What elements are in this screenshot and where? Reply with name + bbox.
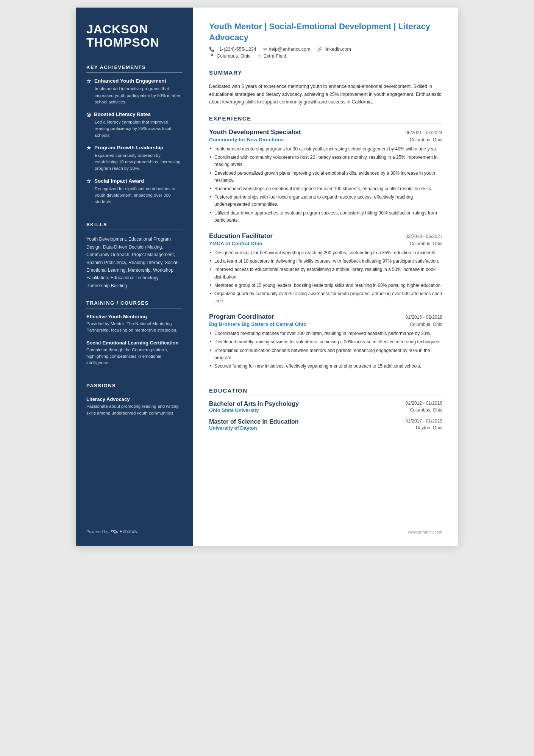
achievement-item-2: ◎ Boosted Literacy Rates Led a literacy … bbox=[86, 111, 183, 139]
passions-title: PASSIONS bbox=[86, 383, 183, 391]
achievement-desc-1: Implemented interactive programs that in… bbox=[86, 86, 183, 105]
job-bullets-3: Coordinated mentoring matches for over 1… bbox=[209, 330, 442, 370]
edu-degree-1: Bachelor of Arts in Psychology bbox=[209, 401, 406, 407]
job-bullets-2: Designed curricula for behavioral worksh… bbox=[209, 249, 442, 305]
training-item-2: Social-Emotional Learning Certification … bbox=[86, 340, 183, 366]
linkedin-contact: 🔗 linkedin.com bbox=[317, 47, 351, 52]
phone-icon: 📞 bbox=[209, 47, 215, 52]
achievement-desc-4: Recognized for significant contributions… bbox=[86, 186, 183, 205]
job-dates-2: 03/2018 - 06/2021 bbox=[406, 234, 442, 239]
achievement-item-3: ★ Program Growth Leadership Expanded com… bbox=[86, 145, 183, 172]
edu-school-1: Ohio State University bbox=[209, 407, 406, 413]
phone-contact: 📞 +1-(234)-555-1234 bbox=[209, 47, 256, 52]
bullet-2-1: Designed curricula for behavioral worksh… bbox=[209, 249, 442, 257]
brand-name: Enhancv bbox=[120, 529, 137, 534]
main-header: Youth Mentor | Social-Emotional Developm… bbox=[209, 21, 442, 60]
edu-dates-2: 01/2017 - 01/2019 bbox=[406, 418, 442, 425]
achievement-title-4: Social Impact Award bbox=[94, 178, 144, 184]
achievement-item-1: ☆ Enhanced Youth Engagement Implemented … bbox=[86, 78, 183, 105]
bullet-3-1: Coordinated mentoring matches for over 1… bbox=[209, 330, 442, 337]
job-org-1: Community for New Directions bbox=[209, 137, 284, 142]
bullet-1-2: Coordinated with community volunteers to… bbox=[209, 154, 442, 168]
edu-location-2: Dayton, Ohio bbox=[406, 425, 442, 431]
passion-title-1: Literacy Advocacy bbox=[86, 396, 183, 402]
achievement-desc-3: Expanded community outreach by establish… bbox=[86, 152, 183, 172]
job-location-1: Columbus, Ohio bbox=[410, 137, 442, 142]
job-item-3: Program Coordinator 01/2016 - 02/2018 Bi… bbox=[209, 313, 442, 370]
candidate-name: JACKSON THOMPSON bbox=[86, 23, 183, 49]
achievement-item-4: ☆ Social Impact Award Recognized for sig… bbox=[86, 178, 183, 205]
job-org-row-3: Big Brothers Big Sisters of Central Ohio… bbox=[209, 321, 442, 327]
linkedin-url: linkedin.com bbox=[325, 47, 351, 52]
star-icon-1: ☆ bbox=[86, 78, 91, 84]
job-role-3: Program Coordinator bbox=[209, 313, 274, 321]
education-title: EDUCATION bbox=[209, 387, 442, 396]
name-block: JACKSON THOMPSON bbox=[86, 23, 183, 49]
resume-container: JACKSON THOMPSON KEY ACHIEVEMENTS ☆ Enha… bbox=[76, 8, 458, 546]
contact-row-1: 📞 +1-(234)-555-1234 ✉ help@enhancv.com 🔗… bbox=[209, 47, 442, 52]
job-header-2: Education Facilitator 03/2018 - 06/2021 bbox=[209, 232, 442, 240]
contact-row-2: 📍 Columbus, Ohio ☆ Extra Field bbox=[209, 53, 442, 59]
job-header-3: Program Coordinator 01/2016 - 02/2018 bbox=[209, 313, 442, 321]
bullet-3-4: Secured funding for new initiatives, eff… bbox=[209, 363, 442, 370]
edu-degree-2: Master of Science in Education bbox=[209, 418, 406, 425]
job-org-3: Big Brothers Big Sisters of Central Ohio bbox=[209, 321, 306, 327]
extra-contact: ☆ Extra Field bbox=[258, 53, 286, 59]
bullet-2-3: Improved access to educational resources… bbox=[209, 266, 442, 280]
job-org-row-1: Community for New Directions Columbus, O… bbox=[209, 137, 442, 142]
job-role-2: Education Facilitator bbox=[209, 232, 273, 240]
achievement-title-2: Boosted Literacy Rates bbox=[94, 111, 151, 117]
bullet-1-6: Utilized data-driven approaches to evalu… bbox=[209, 210, 442, 224]
job-location-3: Columbus, Ohio bbox=[410, 322, 442, 327]
summary-title: SUMMARY bbox=[209, 69, 442, 78]
job-dates-3: 01/2016 - 02/2018 bbox=[406, 315, 442, 320]
job-item-1: Youth Development Specialist 06/2021 - 0… bbox=[209, 128, 442, 224]
bullet-1-5: Fostered partnerships with four local or… bbox=[209, 194, 442, 208]
bullet-3-3: Streamlined communication channels betwe… bbox=[209, 347, 442, 362]
job-org-row-2: YMCA of Central Ohio Columbus, Ohio bbox=[209, 241, 442, 246]
training-title-2: Social-Emotional Learning Certification bbox=[86, 340, 183, 346]
passions-section: PASSIONS Literacy Advocacy Passionate ab… bbox=[86, 383, 183, 421]
powered-by-label: Powered by bbox=[86, 529, 108, 534]
skills-text: Youth Development, Educational Program D… bbox=[86, 235, 183, 290]
training-title: TRAINING / COURSES bbox=[86, 300, 183, 308]
job-header-1: Youth Development Specialist 06/2021 - 0… bbox=[209, 128, 442, 136]
achievement-title-1: Enhanced Youth Engagement bbox=[94, 78, 166, 84]
skills-title: SKILLS bbox=[86, 222, 183, 230]
job-role-1: Youth Development Specialist bbox=[209, 128, 301, 136]
sidebar: JACKSON THOMPSON KEY ACHIEVEMENTS ☆ Enha… bbox=[76, 8, 193, 546]
sidebar-footer: Powered by Enhancv bbox=[86, 521, 183, 534]
extra-field: Extra Field bbox=[264, 53, 286, 59]
bullet-1-4: Spearheaded workshops on emotional intel… bbox=[209, 185, 442, 193]
edu-school-2: University of Dayton bbox=[209, 425, 406, 431]
job-location-2: Columbus, Ohio bbox=[410, 241, 442, 246]
extra-icon: ☆ bbox=[258, 53, 262, 59]
email-contact: ✉ help@enhancv.com bbox=[263, 47, 311, 52]
achievements-section: KEY ACHIEVEMENTS ☆ Enhanced Youth Engage… bbox=[86, 64, 183, 211]
skills-section: SKILLS Youth Development, Educational Pr… bbox=[86, 222, 183, 290]
training-desc-1: Provided by Mentor: The National Mentori… bbox=[86, 321, 183, 334]
training-title-1: Effective Youth Mentoring bbox=[86, 314, 183, 319]
job-org-2: YMCA of Central Ohio bbox=[209, 241, 262, 246]
passion-desc-1: Passionate about promoting reading and w… bbox=[86, 403, 183, 416]
summary-text: Dedicated with 5 years of experience men… bbox=[209, 83, 442, 106]
email-icon: ✉ bbox=[263, 47, 267, 52]
website-url: www.enhancv.com bbox=[408, 530, 442, 534]
star-icon-3: ☆ bbox=[86, 178, 91, 184]
star-icon-2: ★ bbox=[86, 145, 91, 151]
location-icon: 📍 bbox=[209, 53, 215, 59]
bullet-1-1: Implemented mentorship programs for 30 a… bbox=[209, 146, 442, 153]
training-section: TRAINING / COURSES Effective Youth Mento… bbox=[86, 300, 183, 372]
education-section: EDUCATION Bachelor of Arts in Psychology… bbox=[209, 387, 442, 436]
achievement-desc-2: Led a literacy campaign that improved re… bbox=[86, 119, 183, 139]
summary-section: SUMMARY Dedicated with 5 years of experi… bbox=[209, 69, 442, 106]
bullet-1-3: Developed personalized growth plans impr… bbox=[209, 170, 442, 184]
achievements-title: KEY ACHIEVEMENTS bbox=[86, 64, 183, 73]
location-contact: 📍 Columbus, Ohio bbox=[209, 53, 251, 59]
bullet-2-5: Organized quarterly community events rai… bbox=[209, 290, 442, 305]
edu-item-1: Bachelor of Arts in Psychology 01/2012 -… bbox=[209, 401, 442, 413]
edu-item-2: Master of Science in Education 01/2017 -… bbox=[209, 418, 442, 431]
location-text: Columbus, Ohio bbox=[217, 53, 251, 59]
experience-title: EXPERIENCE bbox=[209, 115, 442, 124]
job-item-2: Education Facilitator 03/2018 - 06/2021 … bbox=[209, 232, 442, 305]
